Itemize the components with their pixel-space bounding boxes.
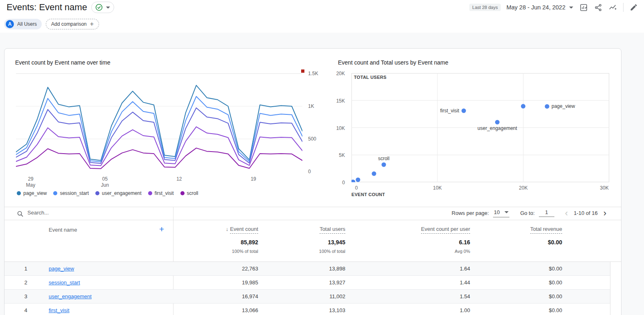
goto-label: Go to: <box>520 210 534 216</box>
insights-icon[interactable] <box>608 3 617 12</box>
share-icon[interactable] <box>594 3 603 12</box>
divider <box>623 3 624 12</box>
legend-item-user_engagement: user_engagement <box>95 190 142 196</box>
column-header-total-revenue[interactable]: Total revenue <box>5 226 562 232</box>
edit-report-icon[interactable] <box>629 3 638 12</box>
scatter-point-first_visit <box>462 109 466 113</box>
date-preset-badge: Last 28 days <box>469 4 500 11</box>
divider <box>5 220 621 220</box>
table-row: 2 session_start 19,985 13,927 1.44 $0.00 <box>5 276 610 290</box>
page-title: Events: Event name <box>7 2 87 13</box>
report-status-dropdown[interactable] <box>91 2 114 13</box>
add-comparison-label: Add comparison <box>51 21 87 27</box>
y-tick-label: 20K <box>336 71 345 76</box>
legend-item-session_start: session_start <box>53 190 89 196</box>
legend-dot <box>148 191 152 195</box>
cell-revenue: $0.00 <box>5 290 562 303</box>
search-input[interactable] <box>27 210 150 216</box>
x-tick-label: 30K <box>595 185 613 191</box>
next-page-button[interactable]: › <box>603 210 606 217</box>
line-series-scroll <box>16 148 302 168</box>
y-tick-label: 1.5K <box>308 71 318 76</box>
x-tick-label: 20K <box>514 185 532 191</box>
table-row: 1 page_view 22,763 13,898 1.64 $0.00 <box>5 262 610 276</box>
x-tick-label: 29May <box>22 176 40 188</box>
search-icon <box>17 210 24 217</box>
cell-revenue: $0.00 <box>5 304 562 315</box>
page-range-label: 1-10 of 16 <box>574 210 598 216</box>
legend-item-scroll: scroll <box>180 190 198 196</box>
comparison-bar: A All Users Add comparison + <box>4 19 99 29</box>
chevron-down-icon <box>106 7 110 9</box>
all-users-label: All Users <box>17 21 37 27</box>
line-chart <box>16 71 302 173</box>
x-tick-label: 10K <box>428 185 446 191</box>
scatter-point-label: user_engagement <box>477 125 517 131</box>
scatter-y-axis: 20K15K10K5K0 <box>329 73 348 182</box>
table-row: 4 first_visit 13,066 13,103 1.00 $0.00 <box>5 304 610 315</box>
customize-report-icon[interactable] <box>579 3 588 12</box>
y-tick-label: 1K <box>308 103 314 109</box>
scatter-point-unlabeled <box>356 177 360 182</box>
legend-dot <box>180 191 185 195</box>
goto-page-input[interactable] <box>539 209 554 217</box>
x-tick-label: 12 <box>170 176 188 182</box>
all-users-chip[interactable]: A All Users <box>4 19 42 29</box>
cell-revenue: $0.00 <box>5 262 562 275</box>
chevron-down-icon <box>504 211 509 213</box>
rows-per-page-label: Rows per page: <box>452 210 489 216</box>
line-chart-legend: page_viewsession_startuser_engagementfir… <box>17 190 198 196</box>
date-range-label: May 28 - Jun 24, 2022 <box>507 4 565 11</box>
verified-check-icon <box>95 4 103 11</box>
data-threshold-marker <box>301 69 304 73</box>
scatter-point-unlabeled <box>372 172 376 176</box>
rows-per-page-value: 10 <box>494 209 500 215</box>
scatter-chart: page_viewuser_engagementfirst_visitscrol… <box>351 73 609 182</box>
scatter-point-page_view <box>545 104 549 109</box>
cell-revenue: $0.00 <box>5 276 562 289</box>
y-tick-label: 0 <box>308 169 311 174</box>
pagination-controls: Rows per page: 10 Go to: ‹ 1-10 of 16 › <box>452 209 606 217</box>
scatter-y-axis-caption: TOTAL USERS <box>354 75 387 80</box>
legend-item-page_view: page_view <box>17 190 47 196</box>
legend-item-first_visit: first_visit <box>148 190 174 196</box>
scatter-point-label: page_view <box>552 103 575 109</box>
x-tick-label: 0 <box>347 185 365 191</box>
previous-page-button[interactable]: ‹ <box>565 210 568 217</box>
rows-per-page-select[interactable]: 10 <box>493 209 509 217</box>
plus-icon: + <box>90 22 94 27</box>
table-row: 3 user_engagement 16,974 11,002 1.54 $0.… <box>5 290 610 304</box>
add-comparison-button[interactable]: Add comparison + <box>46 19 99 29</box>
scatter-point-scroll <box>381 163 386 167</box>
y-tick-label: 15K <box>336 98 345 104</box>
y-tick-label: 0 <box>342 180 345 185</box>
ga4-events-report: Events: Event name Last 28 days May 28 -… <box>0 0 644 315</box>
y-tick-label: 10K <box>336 125 345 131</box>
report-card: Event count by Event name over time 1.5K… <box>4 48 621 315</box>
chevron-down-icon <box>569 7 573 9</box>
scatter-x-axis: 010K20K30K <box>351 185 613 191</box>
scatter-chart-title: Event count and Total users by Event nam… <box>338 59 448 66</box>
total-revenue-header-label[interactable]: Total revenue <box>530 226 562 234</box>
legend-dot <box>53 191 57 195</box>
table-body: 1 page_view 22,763 13,898 1.64 $0.00 2 s… <box>5 262 610 315</box>
date-range-picker[interactable]: May 28 - Jun 24, 2022 <box>507 4 573 11</box>
line-chart-title: Event count by Event name over time <box>15 59 110 66</box>
totals-revenue: $0.00 <box>5 239 562 246</box>
scatter-point-user_engagement <box>495 120 500 125</box>
divider <box>5 207 621 207</box>
y-tick-label: 500 <box>308 136 316 142</box>
scatter-point-session_start <box>521 104 525 109</box>
line-chart-y-axis: 1.5K1K5000 <box>308 71 327 173</box>
legend-dot <box>95 191 99 195</box>
y-tick-label: 5K <box>339 152 345 158</box>
line-chart-x-axis: 29May05Jun1219 <box>16 176 302 188</box>
legend-dot <box>17 191 21 195</box>
scatter-x-axis-caption: EVENT COUNT <box>351 192 385 197</box>
x-tick-label: 19 <box>244 176 262 182</box>
scatter-point-label: scroll <box>378 156 390 161</box>
comparison-avatar: A <box>6 20 14 28</box>
scatter-point-label: first_visit <box>440 108 459 114</box>
x-tick-label: 05Jun <box>96 176 114 188</box>
